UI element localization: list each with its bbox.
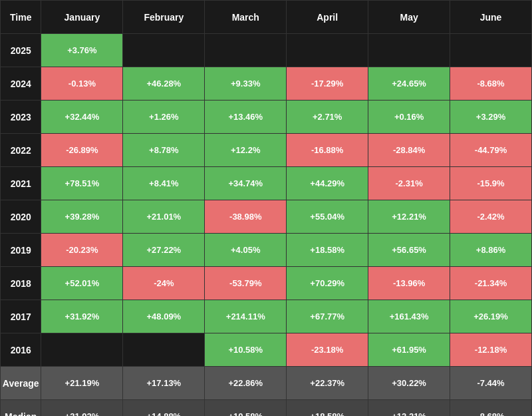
cell-2021-month-0: +78.51% (41, 167, 123, 200)
cell-2017-month-0: +31.92% (41, 300, 123, 333)
average-row: Average+21.19%+17.13%+22.86%+22.37%+30.2… (1, 367, 532, 400)
year-cell-2022: 2022 (1, 134, 41, 167)
cell-2022-month-0: -26.89% (41, 134, 123, 167)
cell-2016-month-4: +61.95% (368, 333, 450, 367)
table-row: 2021+78.51%+8.41%+34.74%+44.29%-2.31%-15… (1, 167, 532, 200)
cell-2023-month-0: +32.44% (41, 101, 123, 134)
table-row: 2024-0.13%+46.28%+9.33%-17.29%+24.65%-8.… (1, 67, 532, 101)
table-row: 2017+31.92%+48.09%+214.11%+67.77%+161.43… (1, 300, 532, 333)
cell-2021-month-3: +44.29% (287, 167, 368, 200)
table-row: 2023+32.44%+1.26%+13.46%+2.71%+0.16%+3.2… (1, 101, 532, 134)
year-cell-2021: 2021 (1, 167, 41, 200)
cell-2022-month-4: -28.84% (368, 134, 450, 167)
header-june: June (450, 1, 532, 34)
cell-2017-month-4: +161.43% (368, 300, 450, 333)
table-row: 2025+3.76% (1, 34, 532, 67)
cell-2016-month-3: -23.18% (287, 333, 368, 367)
cell-2020-month-2: -38.98% (205, 200, 287, 234)
cell-2021-month-4: -2.31% (368, 167, 450, 200)
year-cell-2020: 2020 (1, 200, 41, 234)
cell-2023-month-1: +1.26% (123, 101, 205, 134)
cell-2018-month-2: -53.79% (205, 267, 287, 300)
cell-2025-month-2 (205, 34, 287, 67)
table-row: 2020+39.28%+21.01%-38.98%+55.04%+12.21%-… (1, 200, 532, 234)
header-february: February (123, 1, 205, 34)
median-cell-2: +10.58% (205, 400, 287, 417)
cell-2016-month-2: +10.58% (205, 333, 287, 367)
cell-2019-month-3: +18.58% (287, 234, 368, 267)
cell-2019-month-5: +8.86% (450, 234, 532, 267)
table-row: 2022-26.89%+8.78%+12.2%-16.88%-28.84%-44… (1, 134, 532, 167)
table-row: 2018+52.01%-24%-53.79%+70.29%-13.96%-21.… (1, 267, 532, 300)
cell-2017-month-3: +67.77% (287, 300, 368, 333)
cell-2023-month-4: +0.16% (368, 101, 450, 134)
cell-2024-month-4: +24.65% (368, 67, 450, 101)
cell-2021-month-1: +8.41% (123, 167, 205, 200)
header-may: May (368, 1, 450, 34)
average-cell-0: +21.19% (41, 367, 123, 400)
average-cell-1: +17.13% (123, 367, 205, 400)
cell-2019-month-2: +4.05% (205, 234, 287, 267)
year-cell-2024: 2024 (1, 67, 41, 101)
header-march: March (205, 1, 287, 34)
median-cell-0: +31.92% (41, 400, 123, 417)
average-cell-3: +22.37% (287, 367, 368, 400)
header-april: April (287, 1, 368, 34)
cell-2022-month-5: -44.79% (450, 134, 532, 167)
median-cell-4: +12.21% (368, 400, 450, 417)
cell-2025-month-0: +3.76% (41, 34, 123, 67)
median-label: Median (1, 400, 41, 417)
cell-2019-month-4: +56.65% (368, 234, 450, 267)
cell-2023-month-3: +2.71% (287, 101, 368, 134)
median-cell-5: -8.68% (450, 400, 532, 417)
cell-2019-month-0: -20.23% (41, 234, 123, 267)
cell-2025-month-1 (123, 34, 205, 67)
cell-2021-month-2: +34.74% (205, 167, 287, 200)
cell-2025-month-3 (287, 34, 368, 67)
cell-2016-month-5: -12.18% (450, 333, 532, 367)
cell-2022-month-2: +12.2% (205, 134, 287, 167)
average-cell-5: -7.44% (450, 367, 532, 400)
year-cell-2016: 2016 (1, 333, 41, 367)
header-time: Time (1, 1, 41, 34)
cell-2016-month-0 (41, 333, 123, 367)
average-cell-4: +30.22% (368, 367, 450, 400)
cell-2020-month-3: +55.04% (287, 200, 368, 234)
cell-2020-month-4: +12.21% (368, 200, 450, 234)
cell-2024-month-3: -17.29% (287, 67, 368, 101)
cell-2024-month-2: +9.33% (205, 67, 287, 101)
cell-2024-month-1: +46.28% (123, 67, 205, 101)
cell-2017-month-5: +26.19% (450, 300, 532, 333)
year-cell-2019: 2019 (1, 234, 41, 267)
median-cell-1: +14.88% (123, 400, 205, 417)
header-january: January (41, 1, 123, 34)
cell-2020-month-5: -2.42% (450, 200, 532, 234)
average-label: Average (1, 367, 41, 400)
cell-2018-month-5: -21.34% (450, 267, 532, 300)
cell-2020-month-0: +39.28% (41, 200, 123, 234)
cell-2025-month-5 (450, 34, 532, 67)
cell-2018-month-4: -13.96% (368, 267, 450, 300)
cell-2017-month-1: +48.09% (123, 300, 205, 333)
cell-2018-month-1: -24% (123, 267, 205, 300)
cell-2016-month-1 (123, 333, 205, 367)
average-cell-2: +22.86% (205, 367, 287, 400)
cell-2020-month-1: +21.01% (123, 200, 205, 234)
median-row: Median+31.92%+14.88%+10.58%+18.58%+12.21… (1, 400, 532, 417)
cell-2022-month-1: +8.78% (123, 134, 205, 167)
year-cell-2023: 2023 (1, 101, 41, 134)
table-row: 2019-20.23%+27.22%+4.05%+18.58%+56.65%+8… (1, 234, 532, 267)
cell-2023-month-2: +13.46% (205, 101, 287, 134)
cell-2018-month-3: +70.29% (287, 267, 368, 300)
cell-2019-month-1: +27.22% (123, 234, 205, 267)
cell-2022-month-3: -16.88% (287, 134, 368, 167)
cell-2023-month-5: +3.29% (450, 101, 532, 134)
cell-2018-month-0: +52.01% (41, 267, 123, 300)
cell-2017-month-2: +214.11% (205, 300, 287, 333)
cell-2024-month-5: -8.68% (450, 67, 532, 101)
year-cell-2018: 2018 (1, 267, 41, 300)
cell-2024-month-0: -0.13% (41, 67, 123, 101)
cell-2021-month-5: -15.9% (450, 167, 532, 200)
table-row: 2016+10.58%-23.18%+61.95%-12.18% (1, 333, 532, 367)
year-cell-2025: 2025 (1, 34, 41, 67)
